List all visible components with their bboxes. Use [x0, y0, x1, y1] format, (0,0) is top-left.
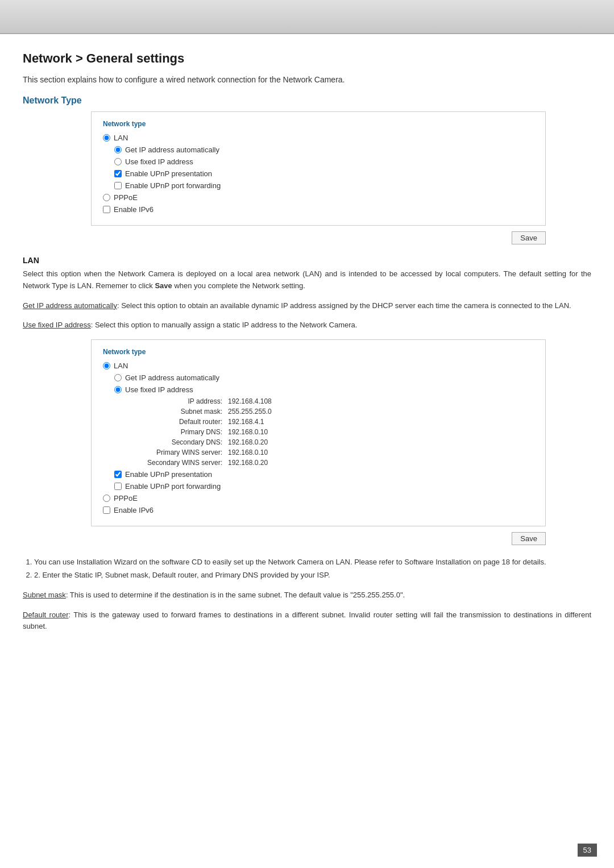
pppoe-row-1: PPPoE: [103, 193, 534, 202]
network-type-box-1: Network type LAN Get IP address automati…: [91, 111, 546, 226]
note-2: 2. Enter the Static IP, Subnet mask, Def…: [34, 570, 591, 582]
save-row-2: Save: [23, 532, 546, 545]
default-router-value: 192.168.4.1: [228, 418, 264, 426]
box1-label: Network type: [103, 120, 534, 128]
top-bar: [0, 0, 614, 34]
lan-heading: LAN: [23, 256, 591, 265]
get-ip-auto-label-2: Get IP address automatically: [125, 373, 219, 382]
lan-label-2: LAN: [114, 362, 128, 370]
default-router-description: Default router: This is the gateway used…: [23, 609, 591, 633]
get-ip-auto-row-1: Get IP address automatically: [114, 146, 534, 154]
secondary-wins-row: Secondary WINS server: 192.168.0.20: [137, 459, 534, 467]
ip-address-label: IP address:: [137, 397, 228, 405]
network-type-box-2: Network type LAN Get IP address automati…: [91, 339, 546, 526]
ipv6-label-2: Enable IPv6: [114, 506, 154, 514]
upnp-port-checkbox-2[interactable]: [114, 483, 122, 490]
lan-label-1: LAN: [114, 134, 128, 142]
notes-list: You can use Installation Wizard on the s…: [34, 556, 591, 582]
ipv6-label-1: Enable IPv6: [114, 205, 154, 214]
page-title: Network > General settings: [23, 51, 591, 66]
upnp-pres-checkbox-2[interactable]: [114, 471, 122, 478]
use-fixed-ip-label-2: Use fixed IP address: [125, 385, 193, 394]
ip-address-row: IP address: 192.168.4.108: [137, 397, 534, 405]
get-ip-auto-row-2: Get IP address automatically: [114, 373, 534, 382]
upnp-pres-label-2: Enable UPnP presentation: [125, 470, 212, 479]
pppoe-radio-1[interactable]: [103, 194, 110, 201]
note-1-text: You can use Installation Wizard on the s…: [34, 558, 546, 566]
lan-radio-row-2: LAN: [103, 362, 534, 370]
subnet-mask-row: Subnet mask: 255.255.255.0: [137, 408, 534, 416]
secondary-dns-label: Secondary DNS:: [137, 438, 228, 446]
subnet-mask-description: Subnet mask: This is used to determine i…: [23, 589, 591, 601]
lan-radio-row-1: LAN: [103, 134, 534, 142]
save-row-1: Save: [23, 231, 546, 244]
lan-desc-end: when you complete the Network setting.: [174, 281, 305, 290]
lan-radio-2[interactable]: [103, 362, 110, 369]
secondary-dns-row: Secondary DNS: 192.168.0.20: [137, 438, 534, 446]
get-ip-link: Get IP address automatically: [23, 301, 117, 310]
box2-label: Network type: [103, 348, 534, 356]
use-fixed-desc-text: : Select this option to manually assign …: [91, 321, 358, 329]
note-1: You can use Installation Wizard on the s…: [34, 556, 591, 568]
pppoe-row-2: PPPoE: [103, 494, 534, 502]
primary-wins-row: Primary WINS server: 192.168.0.10: [137, 448, 534, 456]
subnet-mask-value: 255.255.255.0: [228, 408, 272, 416]
intro-text: This section explains how to configure a…: [23, 75, 591, 84]
ip-fields-table: IP address: 192.168.4.108 Subnet mask: 2…: [137, 397, 534, 467]
ipv6-checkbox-1[interactable]: [103, 206, 110, 213]
ip-address-value: 192.168.4.108: [228, 397, 272, 405]
default-router-row: Default router: 192.168.4.1: [137, 418, 534, 426]
secondary-wins-label: Secondary WINS server:: [137, 459, 228, 467]
upnp-port-row-1: Enable UPnP port forwarding: [114, 181, 534, 190]
lan-description: Select this option when the Network Came…: [23, 268, 591, 292]
note-2-text: 2. Enter the Static IP, Subnet mask, Def…: [34, 571, 330, 579]
primary-wins-label: Primary WINS server:: [137, 448, 228, 456]
primary-dns-label: Primary DNS:: [137, 428, 228, 436]
lan-desc-text: Select this option when the Network Came…: [23, 269, 591, 290]
primary-wins-value: 192.168.0.10: [228, 448, 268, 456]
upnp-port-label-1: Enable UPnP port forwarding: [125, 181, 221, 190]
get-ip-desc-text: : Select this option to obtain an availa…: [117, 301, 571, 310]
subnet-mask-body: : This is used to determine if the desti…: [66, 591, 405, 599]
secondary-wins-value: 192.168.0.20: [228, 459, 268, 467]
get-ip-auto-radio-1[interactable]: [114, 146, 122, 153]
use-fixed-ip-row-1: Use fixed IP address: [114, 157, 534, 166]
network-type-heading: Network Type: [23, 95, 591, 106]
upnp-pres-label-1: Enable UPnP presentation: [125, 169, 212, 178]
secondary-dns-value: 192.168.0.20: [228, 438, 268, 446]
primary-dns-value: 192.168.0.10: [228, 428, 268, 436]
get-ip-description: Get IP address automatically: Select thi…: [23, 300, 591, 312]
get-ip-auto-label-1: Get IP address automatically: [125, 146, 219, 154]
default-router-body: : This is the gateway used to forward fr…: [23, 610, 591, 631]
use-fixed-description: Use fixed IP address: Select this option…: [23, 319, 591, 331]
upnp-pres-row-1: Enable UPnP presentation: [114, 169, 534, 178]
ipv6-row-2: Enable IPv6: [103, 506, 534, 514]
pppoe-label-2: PPPoE: [114, 494, 138, 502]
pppoe-radio-2[interactable]: [103, 495, 110, 502]
ipv6-checkbox-2[interactable]: [103, 506, 110, 514]
save-button-2[interactable]: Save: [512, 532, 546, 545]
use-fixed-ip-label-1: Use fixed IP address: [125, 157, 193, 166]
use-fixed-ip-radio-2[interactable]: [114, 386, 122, 393]
upnp-port-row-2: Enable UPnP port forwarding: [114, 482, 534, 491]
subnet-mask-label: Subnet mask:: [137, 408, 228, 416]
lan-desc-bold: Save: [155, 281, 172, 290]
get-ip-auto-radio-2[interactable]: [114, 374, 122, 381]
use-fixed-link: Use fixed IP address: [23, 321, 91, 329]
subnet-mask-heading: Subnet mask: [23, 591, 66, 599]
pppoe-label-1: PPPoE: [114, 193, 138, 202]
use-fixed-ip-radio-1[interactable]: [114, 158, 122, 165]
use-fixed-ip-row-2: Use fixed IP address: [114, 385, 534, 394]
primary-dns-row: Primary DNS: 192.168.0.10: [137, 428, 534, 436]
upnp-port-checkbox-1[interactable]: [114, 182, 122, 189]
default-router-label: Default router:: [137, 418, 228, 426]
default-router-heading: Default router: [23, 610, 69, 619]
upnp-pres-checkbox-1[interactable]: [114, 170, 122, 177]
ipv6-row-1: Enable IPv6: [103, 205, 534, 214]
upnp-port-label-2: Enable UPnP port forwarding: [125, 482, 221, 491]
save-button-1[interactable]: Save: [512, 231, 546, 244]
upnp-pres-row-2: Enable UPnP presentation: [114, 470, 534, 479]
lan-radio-1[interactable]: [103, 134, 110, 142]
